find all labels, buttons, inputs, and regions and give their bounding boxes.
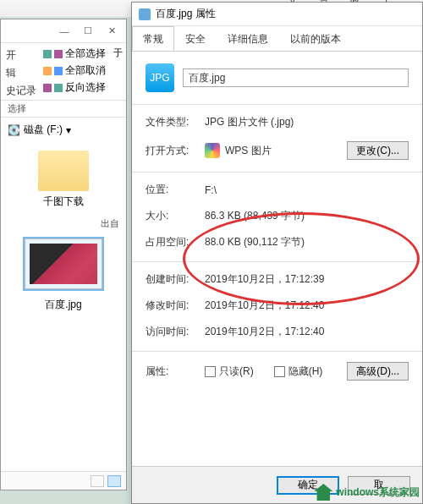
value-accessed: 2019年10月2日，17:12:40	[205, 325, 324, 339]
annotation-oval	[183, 212, 420, 305]
label-sizeondisk: 占用空间:	[146, 235, 205, 249]
explorer-titlebar: ― ☐ ✕	[1, 19, 126, 43]
deselect-all[interactable]: 全部取消	[43, 63, 106, 78]
general-panel: JPG 百度.jpg 文件类型:JPG 图片文件 (.jpg) 打开方式:WPS…	[132, 52, 422, 466]
properties-title: 百度.jpg 属性	[156, 7, 216, 21]
file-label: 百度.jpg	[45, 298, 81, 312]
value-size: 86.3 KB (88,439 字节)	[205, 209, 305, 223]
readonly-checkbox[interactable]: 只读(R)	[205, 364, 254, 379]
between-text: 出自	[101, 217, 119, 230]
explorer-ribbon: 开 辑 史记录 全部选择 全部取消 反向选择 于	[1, 43, 126, 101]
filetype-icon: JPG	[146, 63, 174, 92]
file-pane: 千图下载 出自 百度.jpg	[1, 142, 126, 320]
tab-previous[interactable]: 以前的版本	[279, 26, 352, 51]
label-location: 位置:	[146, 183, 205, 197]
folder-icon	[38, 151, 89, 191]
tab-general[interactable]: 常规	[132, 26, 174, 51]
minimize-icon[interactable]: ―	[55, 24, 74, 39]
house-icon	[314, 484, 332, 501]
properties-dialog: 百度.jpg 属性 常规 安全 详细信息 以前的版本 JPG 百度.jpg 文件…	[131, 2, 423, 504]
tab-security[interactable]: 安全	[174, 26, 217, 51]
open-label[interactable]: 开	[6, 48, 36, 63]
jpg-small-icon	[139, 8, 151, 20]
explorer-window: ― ☐ ✕ 开 辑 史记录 全部选择 全部取消 反向选择 于 选择 💽 磁盘 (…	[0, 19, 127, 490]
label-modified: 修改时间:	[146, 299, 205, 313]
history-label[interactable]: 史记录	[6, 84, 36, 98]
value-created: 2019年10月2日，17:12:39	[205, 272, 324, 287]
edit-label[interactable]: 辑	[6, 66, 36, 80]
value-location: F:\	[205, 184, 217, 196]
tab-strip: 常规 安全 详细信息 以前的版本	[132, 26, 422, 52]
close-icon[interactable]: ✕	[102, 24, 121, 39]
value-openwith: WPS 图片	[225, 144, 272, 158]
invert-selection[interactable]: 反向选择	[43, 80, 106, 95]
view-details-icon[interactable]	[91, 475, 104, 487]
chevron-down-icon[interactable]: ▾	[66, 124, 71, 136]
change-button[interactable]: 更改(C)...	[347, 141, 409, 160]
tab-details[interactable]: 详细信息	[217, 26, 279, 51]
hidden-checkbox[interactable]: 隐藏(H)	[274, 364, 323, 379]
properties-titlebar: 百度.jpg 属性	[132, 3, 422, 26]
filename-input[interactable]: 百度.jpg	[183, 68, 409, 87]
drive-breadcrumb[interactable]: 💽 磁盘 (F:) ▾	[1, 118, 126, 142]
label-created: 创建时间:	[146, 272, 205, 287]
wps-icon	[205, 143, 220, 158]
value-modified: 2019年10月2日，17:12:40	[205, 299, 324, 313]
watermark: windows系统家园	[314, 484, 420, 501]
value-filetype: JPG 图片文件 (.jpg)	[205, 115, 294, 129]
advanced-button[interactable]: 高级(D)...	[347, 362, 409, 381]
label-attrs: 属性:	[146, 364, 205, 379]
value-sizeondisk: 88.0 KB (90,112 字节)	[205, 235, 305, 249]
view-thumbnails-icon[interactable]	[107, 475, 121, 487]
maximize-icon[interactable]: ☐	[79, 24, 97, 39]
file-thumbnail	[30, 244, 97, 284]
label-size: 大小:	[146, 209, 205, 223]
select-group-label: 选择	[1, 101, 126, 118]
folder-item[interactable]: 千图下载	[30, 151, 97, 209]
explorer-statusbar	[1, 471, 126, 490]
label-filetype: 文件类型:	[146, 115, 205, 129]
drive-icon: 💽	[8, 124, 20, 136]
title-cols: 于	[113, 47, 123, 96]
select-all[interactable]: 全部选择	[43, 47, 106, 61]
file-item-selected[interactable]	[25, 238, 102, 289]
label-accessed: 访问时间:	[146, 325, 205, 339]
folder-label: 千图下载	[30, 194, 97, 209]
label-openwith: 打开方式:	[146, 144, 205, 158]
